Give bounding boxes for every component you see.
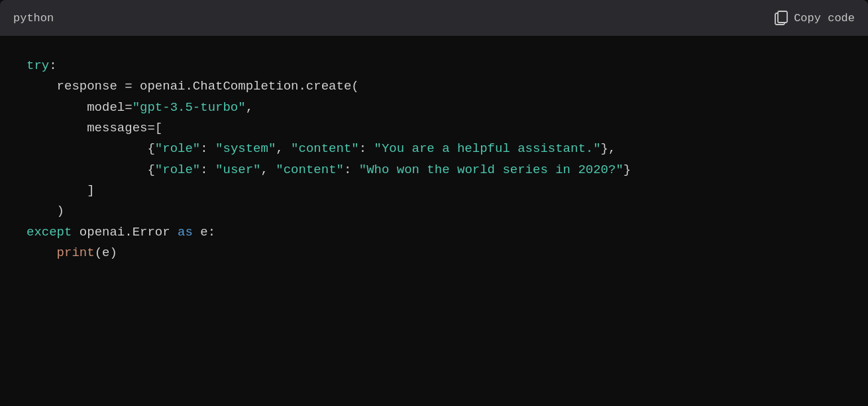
- code-content: try: response = openai.ChatCompletion.cr…: [27, 56, 841, 263]
- svg-rect-1: [778, 11, 787, 23]
- clipboard-icon: [774, 11, 788, 25]
- copy-code-label: Copy code: [794, 12, 855, 25]
- code-body: try: response = openai.ChatCompletion.cr…: [0, 36, 868, 406]
- language-label: python: [13, 12, 54, 25]
- code-header: python Copy code: [0, 0, 868, 36]
- copy-code-button[interactable]: Copy code: [774, 11, 855, 25]
- code-block: python Copy code try: response = openai.…: [0, 0, 868, 406]
